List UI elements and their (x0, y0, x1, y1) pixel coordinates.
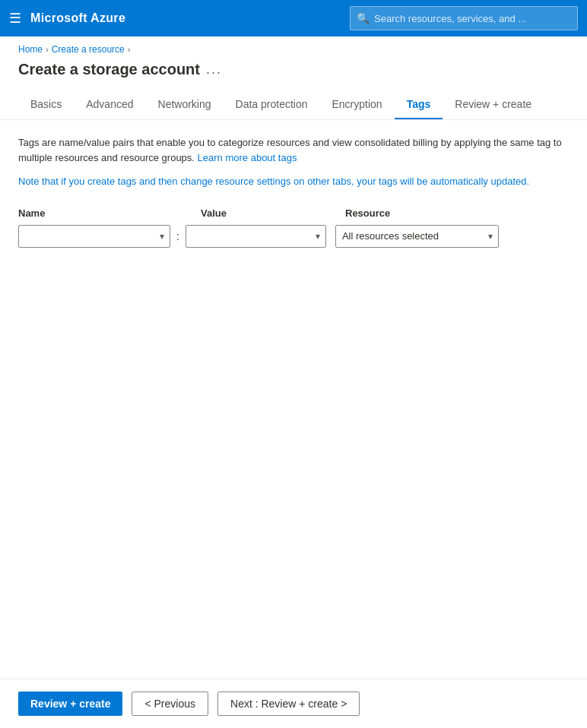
breadcrumb-sep-2: › (128, 45, 131, 54)
tags-row: ▾ : ▾ All resources selected ▾ (18, 225, 569, 248)
next-button[interactable]: Next : Review + create > (217, 692, 360, 716)
review-create-button[interactable]: Review + create (18, 692, 122, 716)
page-options-button[interactable]: ... (206, 62, 222, 78)
tags-colon-separator: : (170, 230, 186, 242)
resource-dropdown-wrapper: All resources selected ▾ (335, 225, 499, 248)
name-dropdown-wrapper: ▾ (18, 225, 170, 248)
search-box[interactable]: 🔍 (350, 6, 578, 30)
breadcrumb: Home › Create a resource › (0, 36, 587, 58)
tab-review-create[interactable]: Review + create (443, 90, 544, 119)
tab-data-protection[interactable]: Data protection (224, 90, 320, 119)
learn-more-link[interactable]: Learn more about tags (198, 152, 297, 163)
search-input[interactable] (374, 13, 571, 24)
content-area: Tags are name/value pairs that enable yo… (0, 120, 587, 263)
tab-basics[interactable]: Basics (18, 90, 74, 119)
tab-bar: Basics Advanced Networking Data protecti… (0, 90, 587, 120)
column-header-resource: Resource (345, 207, 569, 219)
tab-tags[interactable]: Tags (395, 90, 443, 119)
breadcrumb-home[interactable]: Home (18, 44, 43, 55)
breadcrumb-create-resource[interactable]: Create a resource (52, 44, 125, 55)
note-paragraph: Note that if you create tags and then ch… (18, 174, 569, 189)
tab-advanced[interactable]: Advanced (74, 90, 145, 119)
page-title: Create a storage account (18, 61, 200, 78)
tab-encryption[interactable]: Encryption (320, 90, 395, 119)
azure-logo: Microsoft Azure (30, 11, 125, 25)
value-dropdown[interactable] (186, 225, 326, 248)
search-icon: 🔍 (357, 12, 370, 24)
page-title-area: Create a storage account ... (0, 58, 587, 90)
previous-button[interactable]: < Previous (132, 692, 208, 716)
breadcrumb-sep-1: › (46, 45, 49, 54)
info-paragraph: Tags are name/value pairs that enable yo… (18, 135, 569, 165)
column-header-name: Name (18, 207, 186, 219)
resource-dropdown[interactable]: All resources selected (335, 225, 499, 248)
value-dropdown-wrapper: ▾ (186, 225, 326, 248)
tab-networking[interactable]: Networking (146, 90, 224, 119)
menu-icon[interactable]: ☰ (9, 10, 21, 27)
column-header-value: Value (201, 207, 345, 219)
tags-column-headers: Name Value Resource (18, 207, 569, 219)
bottom-action-bar: Review + create < Previous Next : Review… (0, 679, 587, 728)
name-dropdown[interactable] (18, 225, 170, 248)
